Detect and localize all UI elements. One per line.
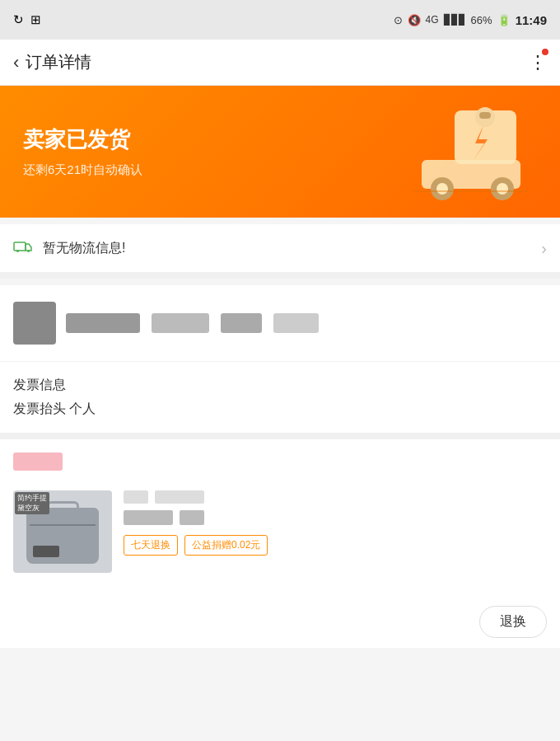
blur-detail-4 xyxy=(273,313,319,333)
bag-zipper xyxy=(30,524,96,526)
bag-handle xyxy=(46,501,79,508)
status-bar-right: ⊙ 🔇 4G ▊▊▊ 66% 🔋 11:49 xyxy=(394,13,547,27)
image-icon: ⊞ xyxy=(30,12,41,27)
status-bar: ↻ ⊞ ⊙ 🔇 4G ▊▊▊ 66% 🔋 11:49 xyxy=(0,0,560,40)
svg-rect-10 xyxy=(14,242,26,251)
blur-detail-3 xyxy=(221,313,262,333)
signal-4g: 4G xyxy=(426,14,439,26)
product-section-title-blurred xyxy=(13,453,63,471)
clock: 11:49 xyxy=(516,13,547,27)
product-section: 简约手提 黛空灰 七天退换 公益捐赠0.02元 xyxy=(0,439,560,596)
battery-icon: 🔋 xyxy=(497,14,511,26)
blur-detail-2 xyxy=(152,313,209,333)
shipping-status-subtitle: 还剩6天21时自动确认 xyxy=(23,162,142,178)
divider-1 xyxy=(0,272,560,279)
product-price-qty xyxy=(124,510,547,525)
invoice-section: 发票信息 发票抬头 个人 xyxy=(0,361,560,433)
bag-body xyxy=(26,508,99,564)
blur-name-2 xyxy=(155,490,204,504)
mute-icon: 🔇 xyxy=(408,14,421,26)
logistics-text: 暂无物流信息! xyxy=(43,240,541,257)
battery-level: 66% xyxy=(471,14,492,26)
nav-bar: ‹ 订单详情 ⋮ xyxy=(0,40,560,86)
product-label-tag: 简约手提 黛空灰 xyxy=(15,492,49,514)
product-details-blurred xyxy=(66,313,319,333)
product-image-container: 简约手提 黛空灰 xyxy=(13,490,112,573)
page-title: 订单详情 xyxy=(26,51,91,73)
bag-label xyxy=(33,546,59,557)
notification-dot xyxy=(542,49,548,55)
product-name-blurred xyxy=(124,490,547,504)
signal-bars: ▊▊▊ xyxy=(444,14,466,26)
sync-icon: ↻ xyxy=(13,12,24,27)
product-qty-blurred xyxy=(180,510,204,525)
product-info: 七天退换 公益捐赠0.02元 xyxy=(124,490,547,556)
svg-rect-3 xyxy=(479,112,491,119)
product-tags: 七天退换 公益捐赠0.02元 xyxy=(124,535,547,556)
blur-detail-1 xyxy=(66,313,140,333)
truck-icon xyxy=(13,236,33,260)
truck-svg xyxy=(405,102,537,201)
status-bar-left: ↻ ⊞ xyxy=(13,12,41,27)
product-price-blurred xyxy=(124,510,173,525)
product-blurred-section xyxy=(0,285,560,361)
nav-right: ⋮ xyxy=(529,52,547,73)
banner-text: 卖家已发货 还剩6天21时自动确认 xyxy=(23,125,142,178)
product-row: 简约手提 黛空灰 七天退换 公益捐赠0.02元 xyxy=(13,481,547,583)
product-image: 简约手提 黛空灰 xyxy=(13,490,112,573)
shipping-banner: 卖家已发货 还剩6天21时自动确认 xyxy=(0,86,560,218)
label-line-2: 黛空灰 xyxy=(17,504,47,514)
svg-point-8 xyxy=(497,183,508,195)
blur-name-1 xyxy=(124,490,148,504)
delivery-truck-illustration xyxy=(405,102,537,201)
return-button-container: 退换 xyxy=(0,596,560,648)
tag-charity: 公益捐赠0.02元 xyxy=(184,535,268,556)
invoice-detail: 发票抬头 个人 xyxy=(13,401,547,418)
svg-point-11 xyxy=(16,250,19,252)
return-button[interactable]: 退换 xyxy=(479,606,547,638)
wifi-icon: ⊙ xyxy=(394,14,403,26)
tag-return: 七天退换 xyxy=(124,535,178,556)
divider-2 xyxy=(0,433,560,439)
logistics-row[interactable]: 暂无物流信息! › xyxy=(0,224,560,272)
nav-left: ‹ 订单详情 xyxy=(13,51,91,73)
svg-point-6 xyxy=(436,183,448,195)
shipping-status-title: 卖家已发货 xyxy=(23,125,142,154)
logistics-arrow-icon: › xyxy=(541,239,547,258)
product-thumb-blurred xyxy=(13,302,56,345)
label-line-1: 简约手提 xyxy=(17,494,47,504)
svg-point-12 xyxy=(27,250,30,252)
back-button[interactable]: ‹ xyxy=(13,52,19,73)
invoice-title: 发票信息 xyxy=(13,377,547,394)
truck-small-icon xyxy=(13,236,33,256)
